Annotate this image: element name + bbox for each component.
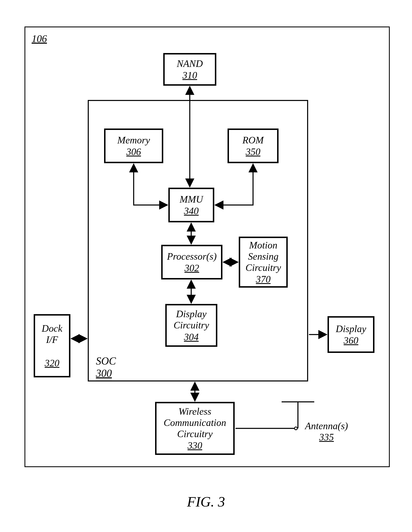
block-processor: Processor(s) 302 [161,245,222,279]
block-display: Display 360 [327,316,374,353]
block-mmu: MMU 340 [168,188,214,222]
mmu-label: MMU [180,194,203,205]
dock-ref: 320 [45,357,59,369]
memory-ref: 306 [126,146,141,157]
soc-label: SOC [96,355,116,367]
device-ref: 106 [32,33,47,45]
display-ref: 360 [344,335,358,346]
dock-l2: I/F [46,334,58,345]
block-rom: ROM 350 [228,129,278,163]
antenna-label: Antenna(s) [300,420,353,431]
processor-ref: 302 [184,262,199,274]
nand-label: NAND [177,58,203,69]
motion-l1: Motion [249,239,278,251]
figure-caption: FIG. 3 [0,494,412,510]
block-motion: Motion Sensing Circuitry 370 [239,237,288,288]
motion-l2: Sensing [248,251,278,262]
motion-ref: 370 [256,274,271,285]
antenna-ref: 335 [300,431,353,443]
motion-l3: Circuitry [246,262,281,273]
dock-l1: Dock [42,323,62,334]
diagram-page: 106 SOC 300 NAND 310 Memory 306 ROM 350 … [0,0,412,532]
rom-ref: 350 [246,146,260,157]
wcc-ref: 330 [188,440,202,451]
block-dock: Dock I/F 320 [34,314,70,377]
wcc-l1: Wireless [179,406,211,417]
block-memory: Memory 306 [104,129,163,163]
wcc-l2: Communication [164,417,226,428]
memory-label: Memory [117,134,150,146]
soc-ref: 300 [96,367,112,379]
wcc-l3: Circuitry [177,428,213,439]
processor-label: Processor(s) [167,251,217,262]
block-wireless: Wireless Communication Circuitry 330 [155,402,235,455]
dispckt-l2: Circuitry [173,319,209,331]
dispckt-l1: Display [176,308,207,319]
dispckt-ref: 304 [184,331,199,342]
nand-ref: 310 [182,70,197,81]
block-nand: NAND 310 [163,53,216,86]
rom-label: ROM [242,134,264,146]
display-label: Display [336,323,366,334]
mmu-ref: 340 [184,205,199,217]
block-display-circuitry: Display Circuitry 304 [165,304,217,347]
